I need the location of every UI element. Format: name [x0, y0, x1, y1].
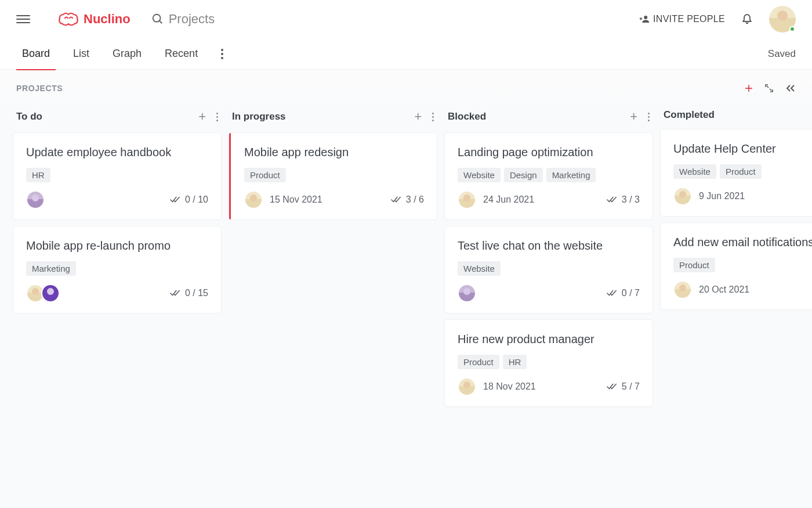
board-card[interactable]: Update employee handbookHR0 / 10 [13, 132, 222, 220]
person-add-icon [639, 14, 650, 24]
tag: Product [244, 168, 286, 182]
board-card[interactable]: Test live chat on the websiteWebsite0 / … [444, 226, 653, 314]
tag: Product [458, 355, 499, 369]
tag: HR [26, 168, 50, 182]
card-footer: 15 Nov 20213 / 6 [244, 190, 424, 209]
card-assignees [458, 377, 476, 396]
checklist-icon [170, 196, 180, 204]
card-tags: Product [673, 258, 812, 272]
progress-text: 0 / 10 [185, 194, 208, 205]
tag: Design [504, 168, 543, 182]
column-title: Completed [664, 109, 715, 121]
card-title: Add new email notifications [673, 235, 812, 250]
user-avatar[interactable] [769, 6, 796, 33]
logo-text: Nuclino [84, 12, 130, 27]
column-title: In progress [232, 111, 286, 123]
checklist-icon [607, 383, 617, 391]
card-date: 18 Nov 2021 [483, 381, 536, 392]
tag: Product [720, 164, 762, 179]
tab-graph[interactable]: Graph [107, 38, 147, 70]
column-header: To do+ [13, 106, 222, 132]
collapse-panel-button[interactable] [785, 84, 796, 93]
card-date: 24 Jun 2021 [483, 194, 534, 205]
app-logo[interactable]: Nuclino [58, 11, 130, 27]
card-assignees [673, 280, 692, 299]
card-assignees [458, 190, 476, 209]
board-card[interactable]: Mobile app redesignProduct15 Nov 20213 /… [229, 132, 437, 220]
assignee-avatar [458, 377, 476, 396]
invite-people-button[interactable]: INVITE PEOPLE [639, 14, 725, 24]
column-add-button[interactable]: + [630, 109, 637, 124]
tab-board[interactable]: Board [16, 38, 56, 70]
card-title: Update employee handbook [26, 145, 208, 160]
menu-button[interactable] [16, 12, 30, 26]
board-card[interactable]: Mobile app re-launch promoMarketing0 / 1… [13, 226, 222, 314]
card-footer: 0 / 10 [26, 190, 208, 209]
tab-recent[interactable]: Recent [159, 38, 204, 70]
column-menu-button[interactable] [432, 113, 434, 121]
card-assignees [673, 187, 692, 206]
column-menu-button[interactable] [216, 113, 218, 121]
card-title: Test live chat on the website [458, 238, 640, 253]
assignee-avatar [673, 187, 692, 206]
tab-list[interactable]: List [67, 38, 95, 70]
column-menu-button[interactable] [648, 113, 650, 121]
board-card[interactable]: Update Help CenterWebsiteProduct9 Jun 20… [660, 129, 812, 217]
card-title: Mobile app redesign [244, 145, 424, 160]
svg-point-2 [644, 16, 647, 19]
checklist-icon [607, 196, 617, 204]
card-assignees [26, 284, 60, 302]
tag: Product [673, 258, 715, 272]
card-footer: 24 Jun 20213 / 3 [458, 190, 640, 209]
more-views-button[interactable] [215, 43, 229, 65]
card-tags: WebsiteDesignMarketing [458, 168, 640, 182]
column-in-progress: In progress+Mobile app redesignProduct15… [229, 106, 437, 508]
progress-text: 0 / 7 [622, 288, 640, 298]
card-title: Landing page optimization [458, 145, 640, 160]
online-status-dot [789, 26, 795, 32]
board-card[interactable]: Hire new product managerProductHR18 Nov … [444, 319, 653, 407]
add-card-button[interactable]: + [745, 80, 753, 96]
card-tags: Marketing [26, 261, 208, 276]
column-add-button[interactable]: + [414, 109, 422, 124]
svg-line-1 [159, 21, 162, 24]
card-tags: Website [458, 261, 640, 276]
board-card[interactable]: Landing page optimizationWebsiteDesignMa… [444, 132, 653, 220]
column-title: To do [16, 111, 42, 123]
card-progress: 0 / 10 [170, 194, 208, 205]
notifications-button[interactable] [741, 12, 753, 27]
card-footer: 0 / 7 [458, 284, 640, 302]
checklist-icon [391, 196, 401, 204]
card-progress: 5 / 7 [607, 381, 640, 392]
board-title: PROJECTS [16, 84, 63, 93]
expand-icon [764, 84, 774, 93]
assignee-avatar [458, 190, 476, 209]
board-card[interactable]: Add new email notificationsProduct20 Oct… [660, 222, 812, 310]
search-placeholder: Projects [169, 12, 215, 27]
kanban-board: To do+Update employee handbookHR0 / 10Mo… [0, 106, 812, 508]
assignee-avatar [41, 284, 60, 302]
card-date: 20 Oct 2021 [699, 284, 749, 295]
card-progress: 0 / 15 [170, 288, 208, 298]
app-header: Nuclino Projects INVITE PEOPLE [0, 0, 812, 38]
expand-button[interactable] [764, 84, 774, 93]
card-progress: 3 / 6 [391, 194, 424, 205]
brain-icon [58, 11, 80, 27]
column-blocked: Blocked+Landing page optimizationWebsite… [444, 106, 653, 508]
board-header: PROJECTS + [0, 70, 812, 106]
search[interactable]: Projects [151, 12, 215, 27]
column-add-button[interactable]: + [198, 109, 206, 124]
card-tags: ProductHR [458, 355, 640, 369]
view-tabs: BoardListGraphRecent Saved [0, 38, 812, 70]
card-title: Mobile app re-launch promo [26, 238, 208, 253]
progress-text: 3 / 3 [622, 194, 640, 205]
column-to-do: To do+Update employee handbookHR0 / 10Mo… [13, 106, 222, 508]
search-icon [151, 13, 164, 26]
tag: Marketing [26, 261, 76, 276]
assignee-avatar [458, 284, 476, 302]
card-tags: HR [26, 168, 208, 182]
column-header: In progress+ [229, 106, 437, 132]
svg-point-0 [153, 15, 160, 22]
card-assignees [244, 190, 263, 209]
card-footer: 9 Jun 2021 [673, 187, 812, 206]
